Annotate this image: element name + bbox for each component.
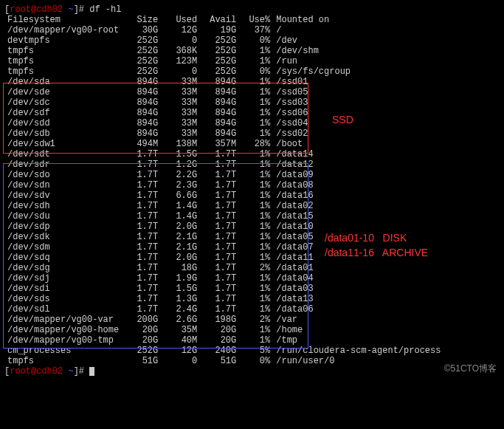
cell-usep: 1% [239, 211, 273, 222]
cell-fs: /dev/sde [4, 87, 122, 97]
cell-fs: /dev/sdg [4, 263, 122, 273]
table-row: /dev/sda894G33M894G1%/ssd01 [4, 77, 443, 87]
cell-mount: /data15 [273, 211, 443, 222]
cell-fs: /dev/sdq [4, 253, 122, 263]
cell-usep: 1% [239, 128, 273, 139]
cell-fs: /dev/sdf [4, 108, 122, 118]
cell-size: 20G [122, 325, 161, 335]
prompt-close: ] [74, 4, 79, 15]
table-row: /dev/sdt1.7T1.5G1.7T1%/data14 [4, 149, 443, 159]
cell-usep: 1% [239, 159, 273, 170]
table-row: /dev/sdf894G33M894G1%/ssd06 [4, 108, 443, 118]
cell-used: 12G [161, 25, 200, 35]
cell-mount: /boot [273, 139, 443, 149]
cell-used: 2.2G [161, 170, 200, 180]
cell-avail: 1.7T [200, 191, 239, 201]
cell-fs: /dev/sdv [4, 191, 122, 201]
cell-avail: 894G [200, 97, 239, 108]
cell-size: 1.7T [122, 170, 161, 180]
cell-usep: 1% [239, 294, 273, 304]
cell-size: 252G [122, 346, 161, 356]
prompt-symbol: # [79, 4, 89, 15]
table-row: tmpfs252G123M252G1%/run [4, 56, 443, 66]
table-row: /dev/sde894G33M894G1%/ssd05 [4, 87, 443, 97]
cell-size: 200G [122, 315, 161, 325]
cell-avail: 20G [200, 335, 239, 346]
cell-used: 33M [161, 77, 200, 87]
table-row: /dev/sdu1.7T1.4G1.7T1%/data15 [4, 211, 443, 222]
cell-mount: / [273, 25, 443, 35]
table-row: /dev/sdn1.7T2.3G1.7T1%/data08 [4, 180, 443, 191]
table-row: /dev/sdb894G33M894G1%/ssd02 [4, 128, 443, 139]
cell-used: 1.4G [161, 211, 200, 222]
cell-used: 2.1G [161, 232, 200, 242]
cell-used: 1.3G [161, 294, 200, 304]
cell-mount: /ssd06 [273, 108, 443, 118]
cell-fs: /dev/sdp [4, 222, 122, 232]
cell-size: 1.7T [122, 232, 161, 242]
cell-avail: 1.7T [200, 304, 239, 315]
cell-used: 1.9G [161, 273, 200, 284]
cell-fs: devtmpfs [4, 35, 122, 46]
cell-avail: 1.7T [200, 170, 239, 180]
cell-usep: 37% [239, 25, 273, 35]
cell-used: 2.1G [161, 242, 200, 253]
cell-mount: /data08 [273, 180, 443, 191]
cell-used: 0 [161, 356, 200, 366]
cell-used: 35M [161, 325, 200, 335]
cell-mount: /data03 [273, 284, 443, 294]
cell-avail: 894G [200, 87, 239, 97]
cell-mount: /data10 [273, 222, 443, 232]
cell-fs: /dev/sdb [4, 128, 122, 139]
cursor [89, 367, 94, 376]
table-row: /dev/mapper/vg00-root30G12G19G37%/ [4, 25, 443, 35]
cell-fs: /dev/sdc [4, 97, 122, 108]
cell-size: 252G [122, 56, 161, 66]
header-usep: Use% [239, 15, 273, 25]
cell-fs: /dev/sdk [4, 232, 122, 242]
cell-mount: /run/cloudera-scm-agent/process [273, 346, 443, 356]
cell-used: 2.4G [161, 304, 200, 315]
table-row: tmpfs51G051G0%/run/user/0 [4, 356, 443, 366]
cell-mount: /ssd04 [273, 118, 443, 128]
cell-used: 33M [161, 128, 200, 139]
cell-used: 2.6G [161, 315, 200, 325]
cell-avail: 198G [200, 315, 239, 325]
prompt-user: root@cdh02 [10, 366, 63, 377]
cell-mount: /ssd03 [273, 97, 443, 108]
table-row: /dev/mapper/vg00-tmp20G40M20G1%/tmp [4, 335, 443, 346]
cell-size: 1.7T [122, 242, 161, 253]
prompt-symbol: # [79, 366, 89, 377]
table-row: /dev/sdj1.7T1.9G1.7T1%/data04 [4, 273, 443, 284]
cell-fs: /dev/mapper/vg00-home [4, 325, 122, 335]
cell-avail: 1.7T [200, 211, 239, 222]
cell-avail: 894G [200, 128, 239, 139]
cell-size: 252G [122, 35, 161, 46]
cell-size: 252G [122, 46, 161, 56]
cell-fs: /dev/sdr [4, 159, 122, 170]
prompt-line-end: [root@cdh02 ~]# [4, 366, 500, 377]
header-used: Used [161, 15, 200, 25]
cell-mount: /run/user/0 [273, 356, 443, 366]
cell-size: 1.7T [122, 253, 161, 263]
cell-mount: /data04 [273, 273, 443, 284]
cell-avail: 1.7T [200, 263, 239, 273]
cell-usep: 1% [239, 46, 273, 56]
cell-size: 894G [122, 108, 161, 118]
cell-usep: 5% [239, 346, 273, 356]
cell-usep: 1% [239, 108, 273, 118]
cell-usep: 1% [239, 170, 273, 180]
prompt-path: ~ [68, 366, 73, 377]
cell-used: 33M [161, 97, 200, 108]
cell-usep: 1% [239, 222, 273, 232]
cell-size: 51G [122, 356, 161, 366]
cell-usep: 2% [239, 263, 273, 273]
cell-fs: /dev/sdw1 [4, 139, 122, 149]
cell-usep: 2% [239, 315, 273, 325]
cell-fs: cm_processes [4, 346, 122, 356]
cell-usep: 1% [239, 97, 273, 108]
cell-fs: /dev/sdu [4, 211, 122, 222]
cell-fs: tmpfs [4, 356, 122, 366]
cell-mount: /data13 [273, 294, 443, 304]
cell-usep: 1% [239, 77, 273, 87]
